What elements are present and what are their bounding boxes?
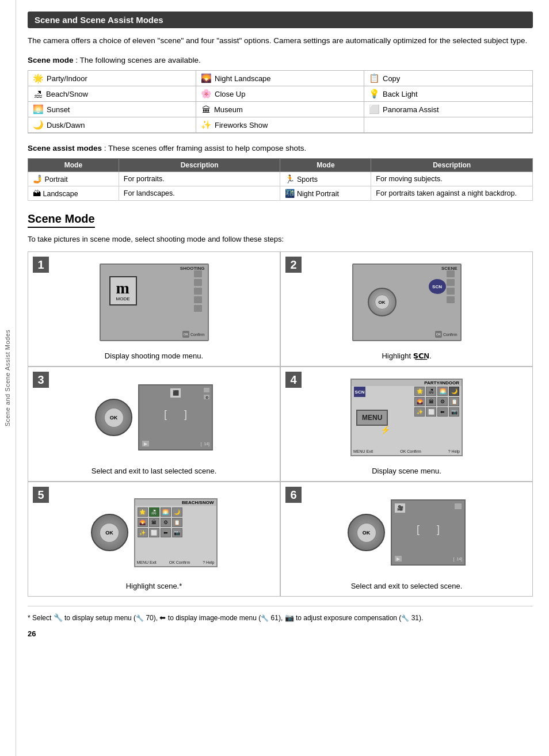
step-1-number: 1 bbox=[33, 257, 49, 273]
scene-label-night-landscape: Night Landscape bbox=[215, 74, 271, 83]
scene-cell-closeup: 🌸 Close Up bbox=[196, 86, 364, 102]
side-tab: Scene and Scene Assist Modes bbox=[0, 0, 16, 756]
scene-label-closeup: Close Up bbox=[215, 90, 245, 98]
assist-desc2-row1: For moving subjects. bbox=[371, 172, 533, 186]
assist-header-desc1: Description bbox=[119, 159, 280, 172]
steps-intro: To take pictures in scene mode, select s… bbox=[28, 235, 533, 243]
step3-bracket: [ ] bbox=[145, 403, 206, 426]
night-portrait-icon: 🌃 bbox=[285, 189, 295, 198]
scene-grid: 🌟 Party/Indoor 🌄 Night Landscape 📋 Copy … bbox=[28, 70, 533, 133]
step2-confirm-text: Confirm bbox=[443, 333, 458, 337]
step3-top-icon: ⬛ bbox=[170, 388, 181, 398]
scene-cell-museum: 🏛 Museum bbox=[196, 102, 364, 117]
step2-scn-text: SCN bbox=[432, 284, 442, 289]
scene-cell-sunset: 🌅 Sunset bbox=[28, 102, 196, 117]
step3-bottom: ▶ [ 14] bbox=[142, 440, 209, 447]
step1-m-letter: m bbox=[116, 280, 130, 296]
step2-ok-dial: OK bbox=[368, 288, 396, 316]
step4-icon-grid: 🌟 🏖 🌅 🌙 🌄 🏛 ⚙ 📋 ✨ ⬜ ⬅ 📷 bbox=[414, 387, 459, 417]
scene-label-backlight: Back Light bbox=[383, 90, 418, 98]
step-6-caption: Select and exit to selected scene. bbox=[287, 582, 527, 590]
step-5-caption: Highlight scene.* bbox=[34, 582, 274, 590]
fireworks-icon: ✨ bbox=[201, 120, 212, 130]
step3-ok-btn: OK bbox=[104, 407, 124, 428]
step6-right-icon bbox=[454, 503, 462, 510]
scene-cell-night-landscape: 🌄 Night Landscape bbox=[196, 71, 364, 86]
page: Scene and Scene Assist Modes Scene and S… bbox=[0, 0, 549, 756]
step-5-number: 5 bbox=[33, 487, 49, 503]
step4-scn-label: SCN bbox=[354, 387, 365, 397]
closeup-icon: 🌸 bbox=[201, 89, 212, 99]
step-4-number: 4 bbox=[285, 372, 302, 388]
step1-mode-label: MODE bbox=[116, 296, 130, 301]
step5-screen: BEACH/SNOW 🌟 🏖 🌅 🌙 🌄 🏛 ⚙ 📋 ✨ bbox=[134, 498, 218, 567]
step1-icon4 bbox=[194, 296, 202, 303]
step-3-visual: OK ⬛ ⚙ [ ] bbox=[34, 373, 274, 462]
step1-icon3 bbox=[194, 288, 202, 295]
scene-mode-subtitle: Scene mode : The following scenes are av… bbox=[28, 56, 533, 64]
step-2-visual: SCENE SCN OK bbox=[287, 258, 527, 347]
backlight-icon: 💡 bbox=[369, 89, 380, 99]
steps-grid: 1 SHOOTING m MODE bbox=[28, 251, 533, 597]
step6-top-icon: 🎥 bbox=[394, 503, 406, 513]
step-5-box: 5 OK BEACH/SNOW 🌟 🏖 🌅 bbox=[28, 482, 280, 597]
section1-header: Scene and Scene Assist Modes bbox=[28, 12, 533, 28]
step6-screen: 🎥 [ ] ▶ [ 14] bbox=[391, 499, 466, 566]
step1-icon1 bbox=[194, 270, 202, 277]
footnote-ref2: 🔧 bbox=[261, 614, 269, 621]
assist-desc: : These scenes offer framing assist to h… bbox=[104, 144, 306, 152]
step4-bottom-bar: MENU Exit OK Confirm ? Help bbox=[353, 449, 460, 453]
scene-mode-label: Scene mode bbox=[28, 56, 74, 64]
assist-desc1-row1: For portraits. bbox=[119, 172, 280, 186]
scene-cell-empty bbox=[364, 117, 532, 133]
step1-icons bbox=[194, 270, 202, 312]
step1-confirm: OK Confirm bbox=[182, 331, 205, 338]
assist-desc2-row2: For portraits taken against a night back… bbox=[371, 186, 533, 201]
scene-cell-dusk: 🌙 Dusk/Dawn bbox=[28, 117, 196, 133]
section1-intro: The camera offers a choice of eleven "sc… bbox=[28, 35, 533, 47]
assist-subtitle: Scene assist modes : These scenes offer … bbox=[28, 144, 533, 152]
museum-icon: 🏛 bbox=[201, 105, 211, 114]
step5-dial: OK bbox=[91, 514, 128, 551]
page-number: 26 bbox=[28, 629, 533, 638]
step-1-caption: Display shooting mode menu. bbox=[34, 352, 274, 360]
step1-mode-m-box: m MODE bbox=[109, 276, 137, 306]
step-3-number: 3 bbox=[33, 372, 49, 388]
footnote-icon1: 🔧 bbox=[54, 613, 63, 622]
footnote-ref3: 🔧 bbox=[401, 614, 409, 621]
assist-mode2-row1: 🏃 Sports bbox=[280, 172, 371, 186]
step6-dial: OK bbox=[348, 514, 385, 551]
step5-ok-btn: OK bbox=[99, 522, 120, 543]
assist-mode1-row2: 🏔 Landscape bbox=[28, 186, 119, 201]
step-2-number: 2 bbox=[285, 257, 302, 273]
scene-label-museum: Museum bbox=[214, 105, 243, 114]
step-3-box: 3 OK ⬛ ⚙ bbox=[28, 366, 280, 482]
assist-row-2: 🏔 Landscape For landscapes. 🌃 Night Port… bbox=[28, 186, 533, 201]
assist-mode1-row1: 🤳 Portrait bbox=[28, 172, 119, 186]
scene-cell-party: 🌟 Party/Indoor bbox=[28, 71, 196, 86]
step2-ok-btn: OK bbox=[375, 295, 390, 310]
scene-cell-copy: 📋 Copy bbox=[364, 71, 532, 86]
step-4-caption: Display scene menu. bbox=[287, 467, 527, 475]
scene-cell-beach: 🏖 Beach/Snow bbox=[28, 86, 196, 102]
scene-label-panorama: Panorama Assist bbox=[383, 105, 439, 114]
step-2-caption: Highlight S͟C͟N. bbox=[287, 352, 527, 360]
scene-cell-fireworks: ✨ Fireworks Show bbox=[196, 117, 364, 133]
footnote-text: * Select 🔧 to display setup menu (🔧 70),… bbox=[28, 612, 533, 624]
sports-icon: 🏃 bbox=[285, 174, 295, 184]
assist-label: Scene assist modes bbox=[28, 144, 102, 152]
step-4-visual: PARTY/INDOOR SCN 🌟 🏖 🌅 🌙 🌄 🏛 ⚙ bbox=[287, 373, 527, 462]
scene-mode-desc: : The following scenes are available. bbox=[75, 56, 200, 64]
assist-header-mode1: Mode bbox=[28, 159, 119, 172]
step1-ok-small: OK bbox=[182, 331, 189, 338]
footnote-icon2: ⬅ bbox=[159, 613, 166, 622]
step-4-box: 4 PARTY/INDOOR SCN 🌟 🏖 🌅 🌙 🌄 bbox=[280, 366, 533, 482]
scene-mode-title: Scene Mode bbox=[28, 212, 95, 228]
scene-cell-panorama: ⬜ Panorama Assist bbox=[364, 102, 532, 117]
step5-icon-grid: 🌟 🏖 🌅 🌙 🌄 🏛 ⚙ 📋 ✨ ⬜ ⬅ bbox=[138, 507, 214, 537]
step-1-box: 1 SHOOTING m MODE bbox=[28, 251, 280, 366]
step-2-box: 2 SCENE SCN OK bbox=[280, 251, 533, 366]
assist-header-desc2: Description bbox=[371, 159, 533, 172]
assist-row-1: 🤳 Portrait For portraits. 🏃 Sports For m… bbox=[28, 172, 533, 186]
step1-icon2 bbox=[194, 279, 202, 286]
